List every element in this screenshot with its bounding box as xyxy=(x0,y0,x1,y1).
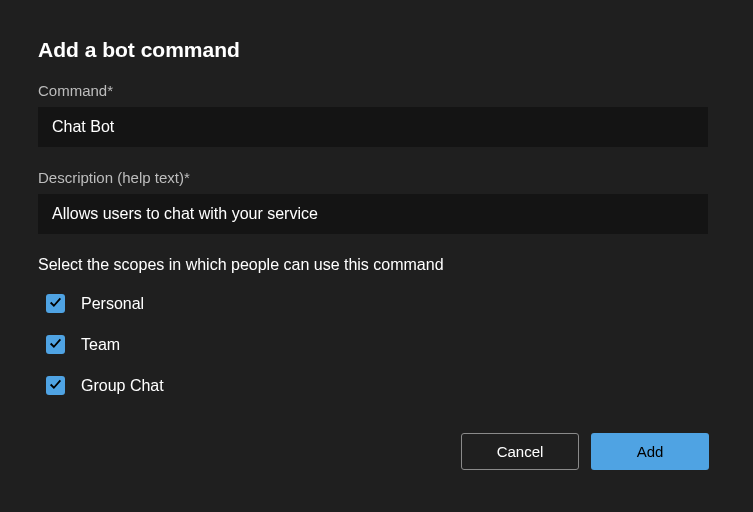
personal-checkbox[interactable] xyxy=(46,294,65,313)
check-icon xyxy=(49,336,62,354)
add-button[interactable]: Add xyxy=(591,433,709,470)
personal-label: Personal xyxy=(81,295,144,313)
check-icon xyxy=(49,295,62,313)
dialog-title: Add a bot command xyxy=(38,38,715,62)
scope-row-personal: Personal xyxy=(38,294,715,313)
team-checkbox[interactable] xyxy=(46,335,65,354)
group-chat-label: Group Chat xyxy=(81,377,164,395)
command-field-group: Command* xyxy=(38,82,715,147)
team-label: Team xyxy=(81,336,120,354)
description-label: Description (help text)* xyxy=(38,169,715,186)
scope-row-group-chat: Group Chat xyxy=(38,376,715,395)
scope-instruction: Select the scopes in which people can us… xyxy=(38,256,715,274)
description-input[interactable] xyxy=(38,194,708,234)
description-field-group: Description (help text)* xyxy=(38,169,715,234)
dialog-button-row: Cancel Add xyxy=(461,433,709,470)
check-icon xyxy=(49,377,62,395)
command-input[interactable] xyxy=(38,107,708,147)
add-bot-command-dialog: Add a bot command Command* Description (… xyxy=(0,0,753,395)
cancel-button[interactable]: Cancel xyxy=(461,433,579,470)
group-chat-checkbox[interactable] xyxy=(46,376,65,395)
scope-row-team: Team xyxy=(38,335,715,354)
command-label: Command* xyxy=(38,82,715,99)
